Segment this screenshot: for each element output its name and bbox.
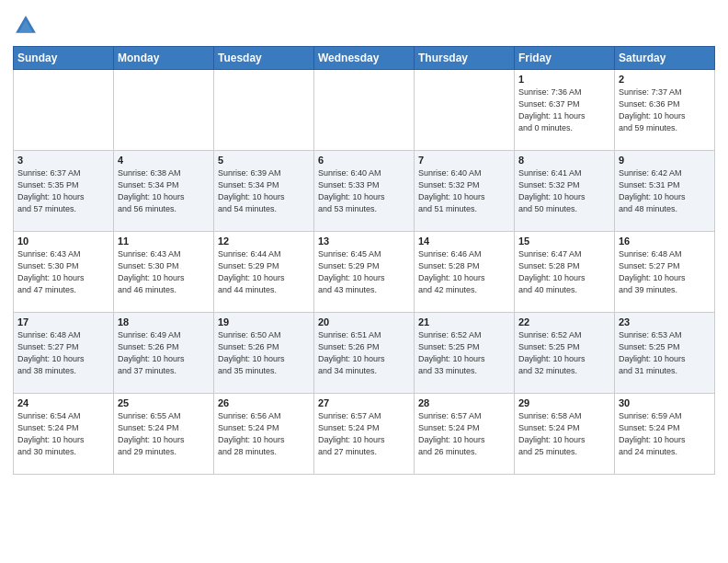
day-info: Sunrise: 6:50 AM Sunset: 5:26 PM Dayligh… [218, 329, 310, 377]
day-number: 14 [418, 236, 510, 247]
calendar-cell [214, 70, 314, 151]
day-info: Sunrise: 6:43 AM Sunset: 5:30 PM Dayligh… [17, 248, 109, 296]
day-number: 9 [619, 155, 711, 166]
day-info: Sunrise: 6:58 AM Sunset: 5:24 PM Dayligh… [518, 410, 610, 458]
calendar-cell: 6Sunrise: 6:40 AM Sunset: 5:33 PM Daylig… [314, 151, 415, 232]
day-info: Sunrise: 6:37 AM Sunset: 5:35 PM Dayligh… [17, 167, 109, 215]
calendar-cell: 16Sunrise: 6:48 AM Sunset: 5:27 PM Dayli… [615, 232, 715, 313]
calendar-cell: 3Sunrise: 6:37 AM Sunset: 5:35 PM Daylig… [14, 151, 114, 232]
day-info: Sunrise: 6:43 AM Sunset: 5:30 PM Dayligh… [118, 248, 210, 296]
day-number: 18 [118, 316, 210, 327]
calendar-cell: 17Sunrise: 6:48 AM Sunset: 5:27 PM Dayli… [14, 313, 114, 394]
day-info: Sunrise: 6:48 AM Sunset: 5:27 PM Dayligh… [619, 248, 711, 296]
weekday-header-row: SundayMondayTuesdayWednesdayThursdayFrid… [14, 47, 715, 70]
calendar-cell: 21Sunrise: 6:52 AM Sunset: 5:25 PM Dayli… [415, 313, 515, 394]
day-info: Sunrise: 6:45 AM Sunset: 5:29 PM Dayligh… [318, 248, 410, 296]
calendar-cell: 12Sunrise: 6:44 AM Sunset: 5:29 PM Dayli… [214, 232, 314, 313]
day-number: 21 [418, 316, 510, 327]
calendar-cell [114, 70, 214, 151]
calendar-cell [415, 70, 515, 151]
day-info: Sunrise: 6:48 AM Sunset: 5:27 PM Dayligh… [17, 329, 109, 377]
weekday-header-wednesday: Wednesday [314, 47, 415, 70]
calendar-cell: 2Sunrise: 7:37 AM Sunset: 6:36 PM Daylig… [615, 70, 715, 151]
day-number: 15 [518, 236, 610, 247]
calendar-cell: 10Sunrise: 6:43 AM Sunset: 5:30 PM Dayli… [14, 232, 114, 313]
day-number: 10 [17, 236, 109, 247]
day-info: Sunrise: 6:54 AM Sunset: 5:24 PM Dayligh… [17, 410, 109, 458]
calendar-cell: 26Sunrise: 6:56 AM Sunset: 5:24 PM Dayli… [214, 394, 314, 475]
day-info: Sunrise: 6:47 AM Sunset: 5:28 PM Dayligh… [518, 248, 610, 296]
day-info: Sunrise: 6:56 AM Sunset: 5:24 PM Dayligh… [218, 410, 310, 458]
calendar-cell: 28Sunrise: 6:57 AM Sunset: 5:24 PM Dayli… [415, 394, 515, 475]
day-info: Sunrise: 6:42 AM Sunset: 5:31 PM Dayligh… [619, 167, 711, 215]
calendar: SundayMondayTuesdayWednesdayThursdayFrid… [13, 46, 715, 475]
day-info: Sunrise: 6:59 AM Sunset: 5:24 PM Dayligh… [619, 410, 711, 458]
day-info: Sunrise: 6:55 AM Sunset: 5:24 PM Dayligh… [118, 410, 210, 458]
weekday-header-monday: Monday [114, 47, 214, 70]
day-info: Sunrise: 6:44 AM Sunset: 5:29 PM Dayligh… [218, 248, 310, 296]
week-row-3: 10Sunrise: 6:43 AM Sunset: 5:30 PM Dayli… [14, 232, 715, 313]
day-number: 24 [17, 397, 109, 408]
day-number: 16 [619, 236, 711, 247]
day-info: Sunrise: 6:40 AM Sunset: 5:32 PM Dayligh… [418, 167, 510, 215]
day-number: 11 [118, 236, 210, 247]
day-info: Sunrise: 6:49 AM Sunset: 5:26 PM Dayligh… [118, 329, 210, 377]
calendar-cell: 5Sunrise: 6:39 AM Sunset: 5:34 PM Daylig… [214, 151, 314, 232]
day-number: 17 [17, 316, 109, 327]
day-info: Sunrise: 6:41 AM Sunset: 5:32 PM Dayligh… [518, 167, 610, 215]
calendar-cell [314, 70, 415, 151]
day-number: 7 [418, 155, 510, 166]
weekday-header-sunday: Sunday [14, 47, 114, 70]
calendar-cell: 14Sunrise: 6:46 AM Sunset: 5:28 PM Dayli… [415, 232, 515, 313]
day-number: 2 [619, 74, 711, 85]
logo [13, 13, 42, 39]
day-info: Sunrise: 6:51 AM Sunset: 5:26 PM Dayligh… [318, 329, 410, 377]
day-number: 1 [518, 74, 610, 85]
day-number: 4 [118, 155, 210, 166]
day-number: 23 [619, 316, 711, 327]
day-info: Sunrise: 7:36 AM Sunset: 6:37 PM Dayligh… [518, 86, 610, 134]
page: SundayMondayTuesdayWednesdayThursdayFrid… [0, 0, 728, 484]
calendar-cell: 23Sunrise: 6:53 AM Sunset: 5:25 PM Dayli… [615, 313, 715, 394]
day-info: Sunrise: 6:39 AM Sunset: 5:34 PM Dayligh… [218, 167, 310, 215]
day-info: Sunrise: 6:52 AM Sunset: 5:25 PM Dayligh… [518, 329, 610, 377]
calendar-cell: 25Sunrise: 6:55 AM Sunset: 5:24 PM Dayli… [114, 394, 214, 475]
day-number: 20 [318, 316, 410, 327]
day-number: 8 [518, 155, 610, 166]
calendar-cell: 27Sunrise: 6:57 AM Sunset: 5:24 PM Dayli… [314, 394, 415, 475]
day-info: Sunrise: 6:57 AM Sunset: 5:24 PM Dayligh… [318, 410, 410, 458]
calendar-cell: 9Sunrise: 6:42 AM Sunset: 5:31 PM Daylig… [615, 151, 715, 232]
day-number: 5 [218, 155, 310, 166]
day-number: 28 [418, 397, 510, 408]
calendar-cell: 19Sunrise: 6:50 AM Sunset: 5:26 PM Dayli… [214, 313, 314, 394]
week-row-4: 17Sunrise: 6:48 AM Sunset: 5:27 PM Dayli… [14, 313, 715, 394]
calendar-cell: 18Sunrise: 6:49 AM Sunset: 5:26 PM Dayli… [114, 313, 214, 394]
calendar-cell: 22Sunrise: 6:52 AM Sunset: 5:25 PM Dayli… [515, 313, 615, 394]
calendar-cell: 20Sunrise: 6:51 AM Sunset: 5:26 PM Dayli… [314, 313, 415, 394]
day-number: 19 [218, 316, 310, 327]
day-info: Sunrise: 6:52 AM Sunset: 5:25 PM Dayligh… [418, 329, 510, 377]
weekday-header-tuesday: Tuesday [214, 47, 314, 70]
day-number: 13 [318, 236, 410, 247]
day-info: Sunrise: 6:46 AM Sunset: 5:28 PM Dayligh… [418, 248, 510, 296]
day-number: 27 [318, 397, 410, 408]
day-number: 29 [518, 397, 610, 408]
day-number: 22 [518, 316, 610, 327]
weekday-header-friday: Friday [515, 47, 615, 70]
week-row-1: 1Sunrise: 7:36 AM Sunset: 6:37 PM Daylig… [14, 70, 715, 151]
day-number: 30 [619, 397, 711, 408]
weekday-header-saturday: Saturday [615, 47, 715, 70]
calendar-cell [14, 70, 114, 151]
calendar-cell: 29Sunrise: 6:58 AM Sunset: 5:24 PM Dayli… [515, 394, 615, 475]
day-number: 26 [218, 397, 310, 408]
logo-icon [13, 13, 39, 39]
day-number: 6 [318, 155, 410, 166]
week-row-5: 24Sunrise: 6:54 AM Sunset: 5:24 PM Dayli… [14, 394, 715, 475]
calendar-cell: 15Sunrise: 6:47 AM Sunset: 5:28 PM Dayli… [515, 232, 615, 313]
day-info: Sunrise: 7:37 AM Sunset: 6:36 PM Dayligh… [619, 86, 711, 134]
calendar-cell: 11Sunrise: 6:43 AM Sunset: 5:30 PM Dayli… [114, 232, 214, 313]
day-info: Sunrise: 6:38 AM Sunset: 5:34 PM Dayligh… [118, 167, 210, 215]
calendar-cell: 4Sunrise: 6:38 AM Sunset: 5:34 PM Daylig… [114, 151, 214, 232]
header [13, 9, 715, 39]
day-number: 12 [218, 236, 310, 247]
